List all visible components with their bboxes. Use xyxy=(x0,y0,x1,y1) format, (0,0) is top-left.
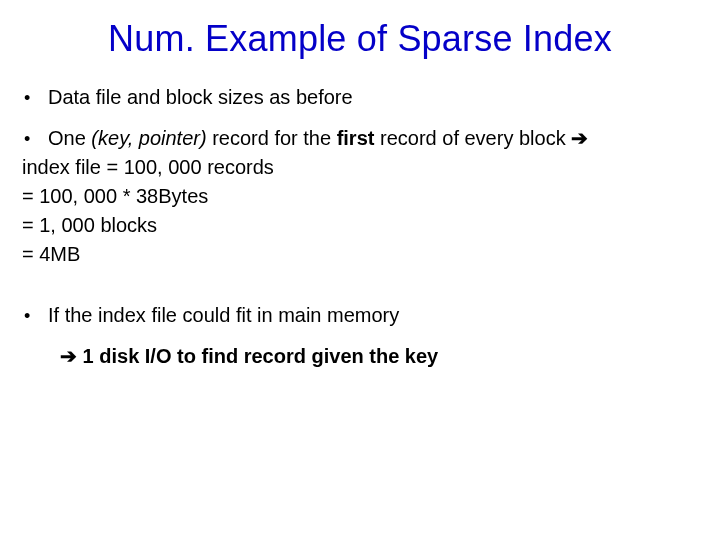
slide: Num. Example of Sparse Index Data file a… xyxy=(0,0,720,540)
calc-line-2: = 100, 000 * 38Bytes xyxy=(22,183,698,210)
calc-line-4: = 4MB xyxy=(22,241,698,268)
bullet-2-pre: One xyxy=(48,127,91,149)
bullet-2-italic: (key, pointer) xyxy=(91,127,206,149)
slide-body: Data file and block sizes as before One … xyxy=(22,84,698,370)
spacer xyxy=(22,292,698,302)
bullet-1-text: Data file and block sizes as before xyxy=(48,84,698,111)
slide-title: Num. Example of Sparse Index xyxy=(22,18,698,60)
arrow-right-icon: ➔ xyxy=(571,127,588,149)
calc-line-3: = 1, 000 blocks xyxy=(22,212,698,239)
bullet-block-2: One (key, pointer) record for the first … xyxy=(22,125,698,268)
bullet-dot-icon xyxy=(22,302,48,329)
bullet-2-mid: record for the xyxy=(207,127,337,149)
bullet-2-text: One (key, pointer) record for the first … xyxy=(48,125,698,152)
bullet-dot-icon xyxy=(22,84,48,111)
arrow-right-icon: ➔ xyxy=(60,345,77,367)
bullet-3-text: If the index file could fit in main memo… xyxy=(48,302,698,329)
bullet-item-2: One (key, pointer) record for the first … xyxy=(22,125,698,152)
conclusion-line: ➔ 1 disk I/O to find record given the ke… xyxy=(60,343,698,370)
bullet-2-post: record of every block xyxy=(374,127,571,149)
bullet-dot-icon xyxy=(22,125,48,152)
bullet-item-3: If the index file could fit in main memo… xyxy=(22,302,698,329)
bullet-2-bold: first xyxy=(337,127,375,149)
conclusion-text: 1 disk I/O to find record given the key xyxy=(77,345,438,367)
bullet-item-1: Data file and block sizes as before xyxy=(22,84,698,111)
calc-line-1: index file = 100, 000 records xyxy=(22,154,698,181)
